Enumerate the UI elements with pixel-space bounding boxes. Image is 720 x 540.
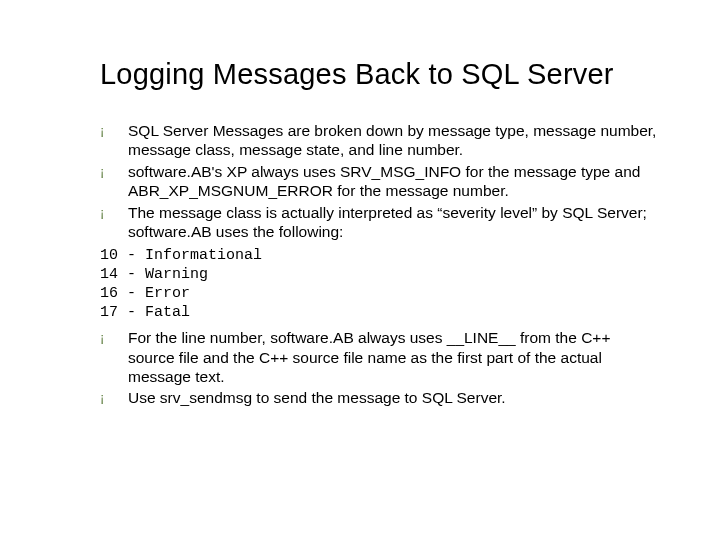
bullet-item: ¡ Use srv_sendmsg to send the message to… [100, 388, 660, 407]
code-line: 10 - Informational [100, 247, 262, 264]
slide: Logging Messages Back to SQL Server ¡ SQ… [0, 0, 720, 540]
bullet-icon: ¡ [100, 162, 128, 180]
bullet-text: For the line number, software.AB always … [128, 328, 660, 386]
code-block: 10 - Informational 14 - Warning 16 - Err… [100, 247, 660, 322]
bullet-icon: ¡ [100, 121, 128, 139]
bullet-item: ¡ The message class is actually interpre… [100, 203, 660, 242]
bullet-text: SQL Server Messages are broken down by m… [128, 121, 660, 160]
bullet-item: ¡ For the line number, software.AB alway… [100, 328, 660, 386]
code-line: 16 - Error [100, 285, 190, 302]
bullet-text: software.AB's XP always uses SRV_MSG_INF… [128, 162, 660, 201]
bullet-icon: ¡ [100, 328, 128, 346]
slide-body: ¡ SQL Server Messages are broken down by… [100, 121, 660, 408]
bullet-item: ¡ SQL Server Messages are broken down by… [100, 121, 660, 160]
bullet-icon: ¡ [100, 203, 128, 221]
bullet-text: Use srv_sendmsg to send the message to S… [128, 388, 660, 407]
bullet-text: The message class is actually interprete… [128, 203, 660, 242]
code-line: 14 - Warning [100, 266, 208, 283]
slide-title: Logging Messages Back to SQL Server [100, 58, 660, 91]
code-line: 17 - Fatal [100, 304, 190, 321]
bullet-item: ¡ software.AB's XP always uses SRV_MSG_I… [100, 162, 660, 201]
bullet-icon: ¡ [100, 388, 128, 406]
